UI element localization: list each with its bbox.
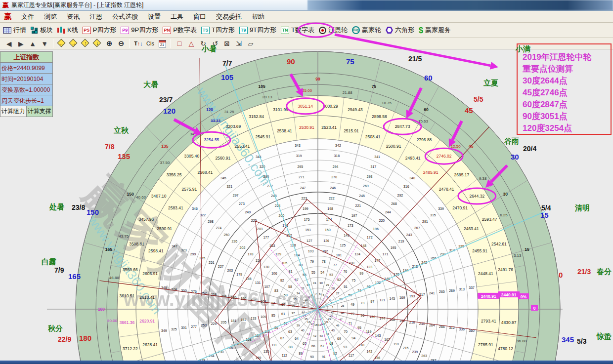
triangle-tool-button[interactable]: △ [185,39,197,48]
select-tool-button[interactable]: ▱ [245,39,257,48]
service-icon: $ [419,27,423,34]
fit-button[interactable]: ⇲ [233,39,245,48]
annotation-line: 30度2644点 [523,75,608,87]
gann-wheel-icon [319,27,326,34]
calc-resistance-button[interactable]: 计算阻力 [0,106,27,117]
toolbar-button-江恩轮[interactable]: 江恩轮 [319,26,348,35]
fit-icon: ⇲ [236,40,242,47]
p9-badge-icon: P9 [121,27,129,34]
quote-table-icon [3,27,11,34]
main-toolbar: 行情板块K线PSP四方形P99P四方形PNP数字表TST四方形T99T四方形TN… [0,23,613,38]
toolbar-button-label: 9P四方形 [131,26,158,35]
time-value: 时间=20190104 [0,74,52,84]
square-tool-button[interactable]: □ [174,39,185,48]
select-tool-icon: ▱ [248,40,254,47]
menu-item-7[interactable]: 窗口 [188,11,211,22]
toolbar-button-P数字表[interactable]: PNP数字表 [163,26,197,35]
toolbar-button-label: 行情 [13,26,26,35]
zoom-out-icon: ⊖ [118,39,125,48]
toolbar-button-板块[interactable]: 板块 [31,26,53,35]
menu-logo-icon: 赢 [4,12,11,21]
zoom-out-button[interactable]: ⊖ [115,39,127,48]
window-title: 赢家江恩专业版[赢家服务平台] - [上证指数 江恩轮] [11,1,143,9]
toolbar-button-K线[interactable]: K线 [57,26,78,35]
toolbar-button-赢家轮[interactable]: Big赢家轮 [352,26,381,35]
menu-item-4[interactable]: 公式选股 [107,11,143,22]
range-icon: T↑↓ [134,40,143,46]
toolbar-button-行情[interactable]: 行情 [3,26,26,35]
nav-up-button[interactable]: ▲ [27,39,39,48]
delete-box-icon: ⊠ [224,40,230,47]
menu-item-8[interactable]: 交易委托 [211,11,247,22]
toolbar-button-label: 板块 [40,26,53,35]
menu-item-2[interactable]: 资讯 [62,11,85,22]
toolbar-button-label: 赢家服务 [425,26,451,35]
index-info-panel: 上证指数 价格=2440.9099 时间=20190104 变换系数=1.000… [0,51,53,117]
annotation-line: 2019年江恩轮中轮 [523,51,608,63]
rotate-ccw-button[interactable]: ↺ [209,39,221,48]
app-logo-icon: 赢 [2,1,9,10]
diamond-arrow-icon: ← [57,39,66,48]
ts-badge-icon: TS [201,27,210,34]
toolbar-separator [53,39,53,48]
toolbar-button-label: 9T四方形 [250,26,276,35]
menu-item-6[interactable]: 工具 [166,11,188,22]
nav-left-icon: ◀ [6,40,11,47]
toolbar-button-label: 赢家轮 [362,26,381,35]
zoom-in-button[interactable]: ⊕ [103,39,115,48]
toolbar-button-label: K线 [67,26,78,35]
rotate-ccw-icon: ↺ [212,40,218,47]
price-range-button[interactable]: T↑↓ [132,39,144,48]
annotation-line: 120度3254点 [523,122,608,134]
title-bar: 赢 赢家江恩专业版[赢家服务平台] - [上证指数 江恩轮] [0,0,613,11]
toolbar-button-9P四方形[interactable]: P99P四方形 [121,26,158,35]
toolbar-button-9T四方形[interactable]: T99T四方形 [239,26,276,35]
annotation-box: 2019年江恩轮中轮重要点位测算30度2644点45度2746点60度2847点… [517,43,612,135]
nav-down-icon: ▼ [42,40,48,47]
menu-item-5[interactable]: 设置 [143,11,166,22]
pan-right-button[interactable]: → [68,39,80,48]
menu-item-9[interactable]: 帮助 [247,11,269,22]
calc-support-button[interactable]: 计算支撑 [27,106,53,117]
menu-bar: 赢 文件浏览资讯江恩公式选股设置工具窗口交易委托帮助 [0,11,613,23]
application-window: 赢 赢家江恩专业版[赢家服务平台] - [上证指数 江恩轮] 赢 文件浏览资讯江… [0,0,613,364]
toolbar-button-label: T数字表 [291,26,314,35]
toolbar-button-T四方形[interactable]: TST四方形 [201,26,235,35]
tn-badge-icon: TN [281,27,289,34]
calendar-icon: 21 [159,40,166,47]
step-value: 周天变化步长=1 [0,95,52,106]
t9-badge-icon: T9 [239,27,248,34]
hexagon-icon [386,27,393,34]
nav-right-button[interactable]: ▶ [15,39,27,48]
nav-down-button[interactable]: ▼ [39,39,50,48]
toolbar-button-T数字表[interactable]: TNT数字表 [281,26,314,35]
menu-item-0[interactable]: 文件 [16,11,39,22]
rotate-cw-button[interactable]: ↻ [197,39,209,48]
toolbar-separator [130,39,130,48]
calendar-button[interactable]: 21 [156,39,168,48]
toolbar-button-六角形[interactable]: 六角形 [386,26,414,35]
toolbar-button-赢家服务[interactable]: $赢家服务 [419,26,451,35]
pan-up-button[interactable]: ↑ [80,39,91,48]
pan-left-button[interactable]: ← [56,39,68,48]
pan-down-button[interactable]: ↓ [91,39,103,48]
rotate-cw-icon: ↻ [200,40,206,47]
nav-up-icon: ▲ [30,40,36,47]
delete-box-button[interactable]: ⊠ [221,39,233,48]
sector-blocks-icon [31,27,38,34]
titlebar-blurred-region [307,0,613,10]
menu-item-1[interactable]: 浏览 [39,11,62,22]
menu-item-3[interactable]: 江恩 [85,11,107,22]
triangle-tool-icon: △ [189,40,194,47]
cls-button[interactable]: Cls [144,39,156,48]
pn-badge-icon: PN [163,27,171,34]
annotation-line: 45度2746点 [523,87,608,99]
toolbar-button-label: 六角形 [395,26,414,35]
toolbar-button-P四方形[interactable]: PSP四方形 [83,26,117,35]
nav-left-button[interactable]: ◀ [3,39,15,48]
toolbar-button-label: T四方形 [212,26,235,35]
cls-icon: Cls [146,40,154,46]
toolbar-button-label: 江恩轮 [328,26,348,35]
toolbar-separator [171,39,171,48]
diamond-arrow-icon: ↑ [81,39,90,48]
